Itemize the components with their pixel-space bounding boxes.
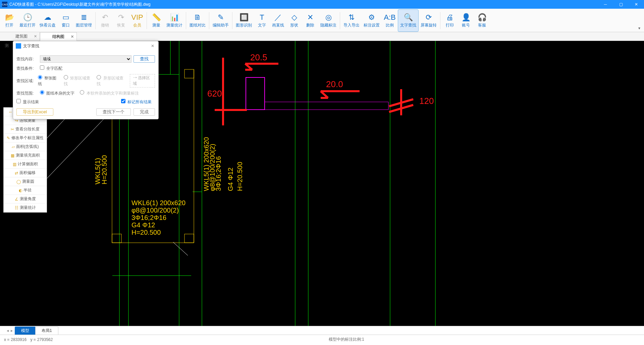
measure-icon: ↔ xyxy=(8,110,12,114)
label-wkl6a: WKL6(1) 200x620 xyxy=(131,199,185,207)
label-wkl5c3: 3Φ16;2Φ16 xyxy=(215,156,222,191)
tool-图层管理[interactable]: ≣图层管理 xyxy=(74,9,94,32)
tool-打开[interactable]: 📂打开 xyxy=(1,9,17,32)
tool-比例[interactable]: A:B比例 xyxy=(382,9,398,32)
tab-建筑图[interactable]: 建筑图✕ xyxy=(3,32,40,41)
measure-icon: ✂ xyxy=(11,127,14,132)
find-content-input[interactable]: 墙垛 xyxy=(40,55,131,63)
tool-打印[interactable]: 🖨打印 xyxy=(442,9,458,32)
tool-图纸对比[interactable]: 🗎图纸对比 xyxy=(187,9,208,32)
tool-icon: ◎ xyxy=(325,13,332,22)
tool-窗口[interactable]: ▭窗口 xyxy=(58,9,74,32)
scope-self-radio[interactable]: 图纸本身的文字 xyxy=(40,90,74,96)
minimize-button[interactable]: ─ xyxy=(598,0,613,9)
tool-图形识别[interactable]: 🔲图形识别 xyxy=(234,9,254,32)
tool-形状[interactable]: ◇形状 xyxy=(286,9,302,32)
tool-导入导出[interactable]: ⇅导入导出 xyxy=(341,9,362,32)
label-wkl5b: H=20.500 xyxy=(101,155,108,184)
find-text-dialog: 文字查找 ✕ 查找内容: 墙垛 查找 查找条件: 全字匹配 查找区域: 整张图纸… xyxy=(13,41,159,119)
tool-label: 编辑助手 xyxy=(213,22,229,28)
btab-next[interactable]: ▸ xyxy=(11,328,13,333)
tool-icon: ✕ xyxy=(307,13,313,22)
tool-恢复: ↷恢复 xyxy=(113,9,129,32)
tool-账号[interactable]: 👤账号 xyxy=(458,9,474,32)
tool-label: 打印 xyxy=(446,22,454,28)
tool-icon: ⚙ xyxy=(368,13,375,22)
measure-计算侧面积[interactable]: ▥计算侧面积 xyxy=(4,160,47,169)
coord-x-label: x = xyxy=(4,337,9,342)
label-wkl5c4: G4 Φ12 xyxy=(227,168,234,191)
tool-icon: A:B xyxy=(384,13,395,22)
measure-测量圆[interactable]: ◯测量圆 xyxy=(4,177,47,186)
window-title: CAD快速看图 - C:\Users\ZGF\Desktop\新建文件夹\南宁市… xyxy=(9,2,598,7)
tool-测量[interactable]: 📏测量 xyxy=(148,9,164,32)
tool-画直线[interactable]: ／画直线 xyxy=(270,9,286,32)
tool-文字[interactable]: T文字 xyxy=(254,9,270,32)
toolbar-overflow[interactable]: ▾ xyxy=(636,9,643,32)
tool-文字查找[interactable]: 🔍文字查找 xyxy=(398,9,419,32)
tool-icon: ↶ xyxy=(102,13,108,22)
dialog-title: 文字查找 xyxy=(23,43,150,49)
area-poly-radio[interactable]: 异形区域查找 xyxy=(97,75,124,87)
label-wkl6d: G4 Φ12 xyxy=(131,221,155,229)
btab-布局1[interactable]: 布局1 xyxy=(35,327,58,335)
label-wkl5c5: H=20.500 xyxy=(236,162,244,191)
measure-icon: ✎ xyxy=(7,136,10,140)
tool-撤销: ↶撤销 xyxy=(97,9,113,32)
full-match-checkbox[interactable]: 全字匹配 xyxy=(40,65,62,71)
measure-查看分段长度[interactable]: ✂查看分段长度 xyxy=(4,125,47,134)
measure-测量角度[interactable]: ∠测量角度 xyxy=(4,195,47,204)
tool-测量统计[interactable]: 📊测量统计 xyxy=(164,9,184,32)
show-results-checkbox[interactable]: 显示结果 xyxy=(16,99,39,105)
tool-icon: ✎ xyxy=(218,13,224,22)
scope-added-radio[interactable]: 本软件添加的文字和测量标注 xyxy=(80,90,139,96)
coord-y-value: 2793562 xyxy=(37,337,53,342)
tool-屏幕旋转[interactable]: ⟳屏幕旋转 xyxy=(419,9,439,32)
measure-测量填充面积[interactable]: ▦测量填充面积 xyxy=(4,151,47,160)
tool-最近打开[interactable]: 🕒最近打开 xyxy=(17,9,38,32)
find-button[interactable]: 查找 xyxy=(133,55,155,63)
measure-panel: ↔点到直线的距离↪连续测量✂查看分段长度✎修改单个标注属性▱面积(含弧线)▦测量… xyxy=(3,107,47,213)
dim-20-0: 20.0 xyxy=(326,79,343,89)
tool-删除[interactable]: ✕删除 xyxy=(302,9,318,32)
tab-close-icon[interactable]: ✕ xyxy=(34,34,37,39)
tool-label: 文字 xyxy=(258,22,266,28)
tool-快看云盘[interactable]: ☁快看云盘 xyxy=(38,9,58,32)
label-wkl5a: WKL5(1) xyxy=(94,158,101,184)
canvas-area[interactable]: 测 xyxy=(0,41,644,326)
tool-隐藏标注[interactable]: ◎隐藏标注 xyxy=(318,9,338,32)
measure-面积(含弧线)[interactable]: ▱面积(含弧线) xyxy=(4,142,47,151)
find-next-button[interactable]: 查找下一个 xyxy=(96,108,131,116)
tab-结构图[interactable]: 结构图✕ xyxy=(40,32,77,41)
tool-label: 账号 xyxy=(462,22,470,28)
tool-客服[interactable]: 🎧客服 xyxy=(474,9,490,32)
tool-label: 形状 xyxy=(290,22,298,28)
area-whole-radio[interactable]: 整张图纸 xyxy=(38,75,58,87)
scale-text: 模型中的标注比例:1 xyxy=(53,337,640,342)
tab-close-icon[interactable]: ✕ xyxy=(71,35,74,39)
close-button[interactable]: ✕ xyxy=(629,0,644,9)
btab-prev[interactable]: ◂ xyxy=(7,328,9,333)
mark-all-checkbox[interactable]: 标记所有结果 xyxy=(121,99,152,105)
tool-icon: T xyxy=(260,13,264,22)
dialog-close-button[interactable]: ✕ xyxy=(150,44,156,48)
tool-会员[interactable]: VIP会员 xyxy=(129,9,145,32)
measure-面积偏移[interactable]: ⇄面积偏移 xyxy=(4,169,47,177)
export-excel-button[interactable]: 导出到Excel xyxy=(16,108,53,116)
tool-icon: 🔍 xyxy=(404,13,413,22)
tool-标注设置[interactable]: ⚙标注设置 xyxy=(362,9,382,32)
measure-修改单个标注属性[interactable]: ✎修改单个标注属性 xyxy=(4,134,47,142)
tool-label: 画直线 xyxy=(272,22,284,28)
document-tabs: 建筑图✕结构图✕ xyxy=(0,32,644,41)
tool-编辑助手[interactable]: ✎编辑助手 xyxy=(211,9,231,32)
btab-模型[interactable]: 模型 xyxy=(15,327,36,335)
tool-icon: ☁ xyxy=(44,13,51,22)
tool-icon: ≣ xyxy=(81,13,87,22)
maximize-button[interactable]: ▢ xyxy=(613,0,629,9)
dim-120: 120 xyxy=(419,96,434,106)
area-rect-radio[interactable]: 矩形区域查找 xyxy=(64,75,92,87)
measure-测量统计[interactable]: ☷测量统计 xyxy=(4,204,47,212)
done-button[interactable]: 完成 xyxy=(133,108,155,116)
label-wkl6b: φ8@100/200(2) xyxy=(131,207,179,214)
measure-半径[interactable]: ◐半径 xyxy=(4,186,47,195)
